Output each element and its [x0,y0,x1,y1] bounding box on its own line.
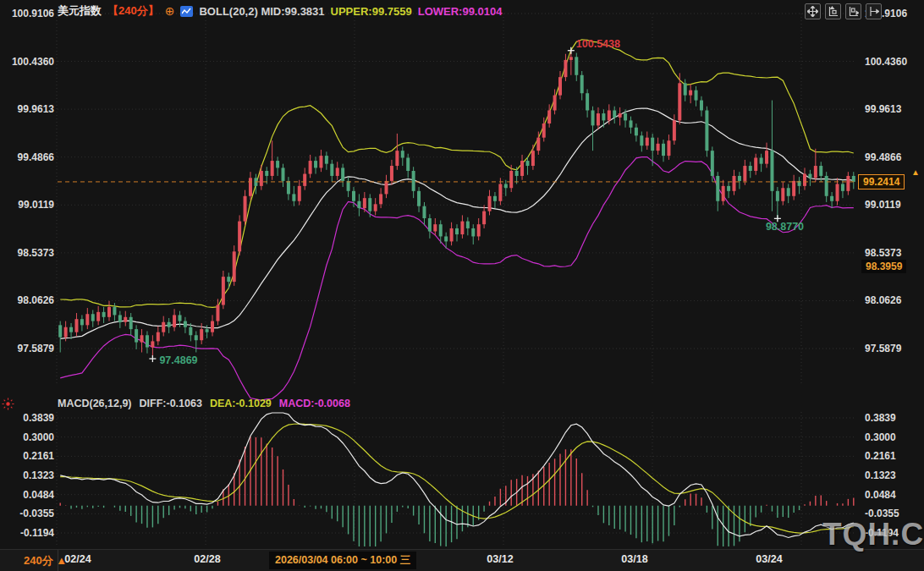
axis-label: 0.2161 [2,450,54,462]
axis-label: 98.5373 [865,247,901,259]
axis-label: 99.0119 [2,199,54,211]
time-tick-label: 03/12 [487,553,513,565]
macd-title: MACD(26,12,9) [58,398,132,409]
axis-label: 0.0484 [2,489,54,501]
axis-label: 100.4360 [2,56,54,68]
axis-label: 0.1323 [865,469,896,481]
axis-label: -0.0355 [2,508,54,519]
low-price-annotation-right: 98.8770 [766,221,804,233]
time-tick-label: 02/24 [64,553,91,565]
secondary-price-tag: 98.3959 [861,260,906,273]
axis-label: 0.2161 [865,450,896,462]
axis-label: 0.0484 [865,489,896,501]
current-price-tag: 99.2414 [858,174,905,189]
scale-up-axis-icon[interactable] [825,3,841,19]
site-watermark: TQH.CN [822,517,924,552]
axis-label: 99.9613 [2,103,54,115]
axis-label: 97.5879 [2,343,54,354]
axis-label: 99.0119 [865,199,901,211]
macd-dea-value: DEA:-0.1029 [210,398,272,409]
alert-sun-icon[interactable] [2,398,14,414]
axis-label: 97.5879 [865,343,901,354]
trading-app-window: 美元指数 【240分】 ⊕ BOLL(20,2) MID:99.3831 UPP… [0,0,924,571]
macd-macd-value: MACD:-0.0068 [279,398,350,409]
time-tick-label: 03/24 [756,553,782,565]
axis-label: 98.0626 [865,294,901,306]
axis-label: 0.3000 [865,431,896,443]
axis-label: 99.9613 [865,103,901,115]
symbol-name: 美元指数 [58,3,102,19]
macd-header: MACD(26,12,9) DIFF:-0.1063 DEA:-0.1029 M… [58,398,350,409]
axis-label: 0.3839 [2,412,54,424]
axis-label: 0.3839 [865,412,896,424]
boll-label: BOLL(20,2) MID:99.3831 [199,5,324,18]
boll-mid-value: MID:99.3831 [261,5,324,18]
macd-diff-value: DIFF:-0.1063 [140,398,202,409]
axis-label: 100.9106 [2,8,54,19]
axis-label: 98.0626 [2,294,54,306]
boll-upper-value: UPPER:99.7559 [331,5,412,18]
peak-price-annotation: 100.5438 [576,38,620,50]
divider [58,550,58,571]
axis-label: 100.4360 [865,56,907,68]
chart-header: 美元指数 【240分】 ⊕ BOLL(20,2) MID:99.3831 UPP… [58,3,502,19]
period-selector[interactable]: 【240分】 [107,3,159,19]
axis-label: 99.4866 [865,151,901,163]
time-tick-label: 02/28 [194,553,220,565]
boll-lower-value: LOWER:99.0104 [418,5,503,18]
axis-label: 99.4866 [2,151,54,163]
axis-label: -0.1194 [2,527,54,539]
shift-right-icon[interactable] [866,3,882,19]
time-axis-bar: 240分 ▲ 02/2402/2803/1203/1803/24 2026/03… [0,549,924,571]
axis-label: 0.3000 [2,431,54,443]
chart-canvas[interactable] [0,0,924,571]
boll-name: BOLL(20,2) [199,5,257,18]
boll-indicator-icon[interactable] [180,6,193,17]
price-up-arrow-icon: ▲ [911,167,920,177]
time-tick-label: 03/18 [621,553,647,565]
low-price-annotation-left: 97.4869 [159,354,197,366]
axis-label: 98.5373 [2,247,54,259]
scale-right-axis-icon[interactable] [845,3,861,19]
period-button[interactable]: 240分 ▲ [24,553,67,568]
pan-move-icon[interactable] [805,3,821,19]
selected-bar-timestamp: 2026/03/04 06:00 ~ 10:00 三 [269,552,416,569]
add-indicator-icon[interactable]: ⊕ [165,4,175,18]
chart-toolbar [805,3,882,19]
axis-label: 0.1323 [2,469,54,481]
